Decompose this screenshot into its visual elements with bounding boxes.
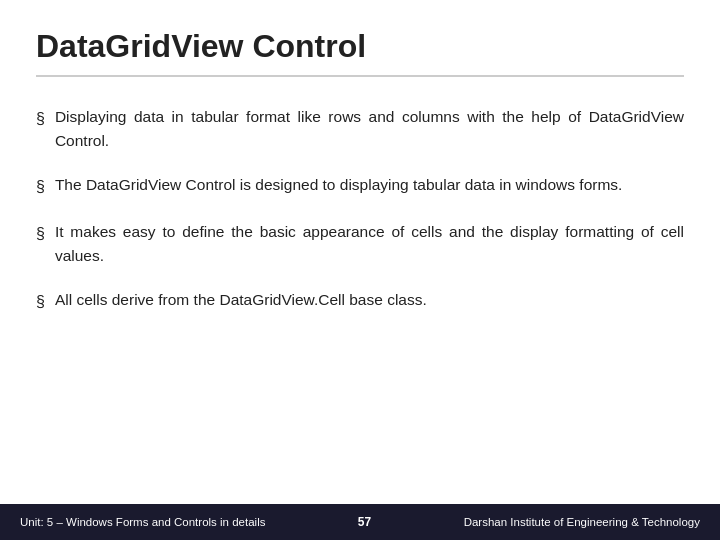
bullet-text-4: All cells derive from the DataGridView.C… — [55, 288, 684, 312]
bullet-symbol-3: § — [36, 222, 45, 247]
bullet-item-2: § The DataGridView Control is designed t… — [36, 173, 684, 200]
bullet-symbol-2: § — [36, 175, 45, 200]
bullet-item-4: § All cells derive from the DataGridView… — [36, 288, 684, 315]
main-content: DataGridView Control § Displaying data i… — [0, 0, 720, 504]
bullet-symbol-4: § — [36, 290, 45, 315]
footer-right: Darshan Institute of Engineering & Techn… — [464, 516, 700, 528]
bullet-text-1: Displaying data in tabular format like r… — [55, 105, 684, 153]
footer-left: Unit: 5 – Windows Forms and Controls in … — [20, 516, 265, 528]
bullet-item-1: § Displaying data in tabular format like… — [36, 105, 684, 153]
footer-center: 57 — [358, 515, 371, 529]
bullet-text-3: It makes easy to define the basic appear… — [55, 220, 684, 268]
slide-title: DataGridView Control — [36, 28, 684, 77]
slide-container: DataGridView Control § Displaying data i… — [0, 0, 720, 540]
bullet-list: § Displaying data in tabular format like… — [36, 105, 684, 315]
bullet-item-3: § It makes easy to define the basic appe… — [36, 220, 684, 268]
bullet-text-2: The DataGridView Control is designed to … — [55, 173, 684, 197]
footer: Unit: 5 – Windows Forms and Controls in … — [0, 504, 720, 540]
bullet-symbol-1: § — [36, 107, 45, 132]
